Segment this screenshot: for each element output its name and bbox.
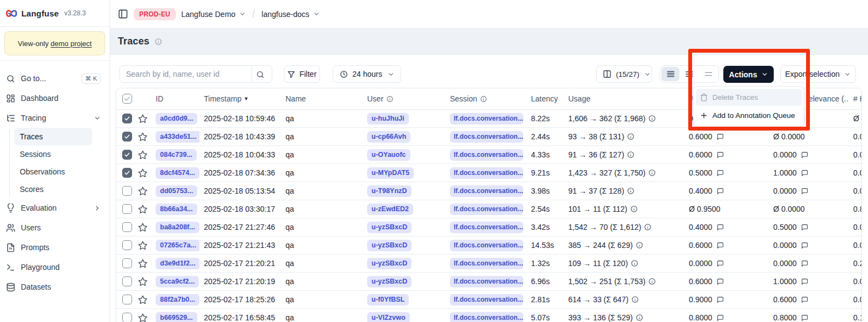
- trace-id-pill[interactable]: a433de51...: [156, 131, 199, 143]
- session-pill[interactable]: lf.docs.conversation...: [450, 258, 523, 269]
- comment-icon[interactable]: [801, 260, 808, 267]
- org-breadcrumb[interactable]: Langfuse Demo: [181, 10, 246, 19]
- comment-icon[interactable]: [717, 151, 724, 159]
- trace-id-pill[interactable]: 8b66a34...: [156, 204, 197, 215]
- info-icon[interactable]: [648, 115, 656, 122]
- session-pill[interactable]: lf.docs.conversation...: [450, 113, 523, 125]
- sidebar-toggle-icon[interactable]: [118, 9, 128, 19]
- row-checkbox[interactable]: [122, 295, 132, 304]
- info-icon[interactable]: [630, 205, 638, 213]
- comment-icon[interactable]: [801, 296, 808, 303]
- actions-button[interactable]: Actions: [723, 66, 774, 83]
- comment-icon[interactable]: [801, 242, 808, 249]
- row-checkbox[interactable]: [122, 258, 132, 268]
- star-icon[interactable]: [138, 168, 148, 178]
- info-icon[interactable]: [627, 187, 635, 195]
- session-pill[interactable]: lf.docs.conversation...: [450, 294, 523, 306]
- comment-icon[interactable]: [717, 278, 724, 285]
- view-only-banner[interactable]: View-only demo project: [4, 31, 105, 55]
- user-pill[interactable]: u-yzSBxcD: [367, 222, 412, 233]
- user-pill[interactable]: u-zEwdED2: [367, 204, 413, 215]
- row-checkbox[interactable]: [122, 168, 132, 178]
- row-height-medium-button[interactable]: [681, 67, 699, 81]
- sidebar-item-tracing[interactable]: Tracing: [4, 108, 105, 128]
- demo-project-link[interactable]: demo project: [50, 39, 92, 48]
- table-row[interactable]: 07265c7a... 2025-02-17 21:21:43 qa u-yzS…: [116, 236, 861, 255]
- star-icon[interactable]: [138, 186, 148, 196]
- star-icon[interactable]: [138, 150, 148, 160]
- column-header-name[interactable]: Name: [281, 88, 363, 109]
- sidebar-item-prompts[interactable]: Prompts: [4, 238, 105, 257]
- comment-icon[interactable]: [717, 260, 724, 267]
- trace-id-pill[interactable]: dd05753...: [156, 185, 197, 197]
- star-icon[interactable]: [138, 132, 148, 142]
- menu-item-delete-traces[interactable]: Delete Traces: [696, 89, 802, 106]
- trace-id-pill[interactable]: b669529...: [156, 312, 197, 322]
- comment-icon[interactable]: [801, 170, 808, 177]
- table-row[interactable]: a433de51... 2025-02-18 10:43:39 qa u-cp6…: [116, 128, 861, 146]
- comment-icon[interactable]: [717, 224, 724, 231]
- filter-button[interactable]: Filter: [284, 65, 320, 83]
- sidebar-item-sessions[interactable]: Sessions: [14, 145, 92, 163]
- search-icon[interactable]: [256, 70, 265, 79]
- sidebar-item-datasets[interactable]: Datasets: [4, 277, 105, 297]
- column-header-score3[interactable]: # H: [849, 88, 862, 109]
- info-icon[interactable]: [155, 38, 162, 46]
- column-header-timestamp[interactable]: Timestamp ▼: [199, 88, 281, 109]
- star-icon[interactable]: [138, 295, 148, 305]
- comment-icon[interactable]: [801, 224, 808, 231]
- info-icon[interactable]: [644, 223, 652, 231]
- row-checkbox[interactable]: [122, 204, 132, 214]
- sidebar-item-dashboard[interactable]: Dashboard: [4, 88, 105, 108]
- star-icon[interactable]: [138, 114, 148, 124]
- row-height-large-button[interactable]: [699, 67, 717, 81]
- export-selection-button[interactable]: Export selection: [780, 65, 856, 83]
- row-checkbox[interactable]: [122, 240, 132, 250]
- user-pill[interactable]: u-VlZzvwo: [367, 312, 410, 322]
- column-header-user[interactable]: User: [363, 88, 446, 109]
- star-icon[interactable]: [138, 258, 148, 269]
- time-range-button[interactable]: 24 hours: [333, 65, 401, 83]
- table-row[interactable]: 88f2a7b0... 2025-02-17 18:25:26 qa u-f0Y…: [116, 291, 861, 309]
- user-pill[interactable]: u-f0YfBSL: [367, 294, 409, 306]
- table-row[interactable]: 084c739... 2025-02-18 10:04:33 qa u-OYau…: [116, 146, 861, 164]
- user-pill[interactable]: u-yzSBxcD: [367, 258, 412, 269]
- column-header-session[interactable]: Session: [446, 88, 527, 109]
- sidebar-item-observations[interactable]: Observations: [14, 163, 92, 180]
- session-pill[interactable]: lf.docs.conversation...: [450, 167, 523, 179]
- star-icon[interactable]: [138, 313, 148, 322]
- row-checkbox[interactable]: [122, 276, 132, 286]
- trace-id-pill[interactable]: 07265c7a...: [156, 240, 199, 251]
- star-icon[interactable]: [138, 222, 148, 233]
- menu-item-add-to-annotation-queue[interactable]: Add to Annotation Queue: [696, 107, 802, 124]
- session-pill[interactable]: lf.docs.conversation...: [450, 276, 523, 287]
- comment-icon[interactable]: [801, 151, 808, 159]
- session-pill[interactable]: lf.docs.conversation...: [450, 222, 523, 233]
- info-icon[interactable]: [627, 133, 635, 140]
- user-pill[interactable]: u-yzSBxcD: [367, 240, 412, 251]
- user-pill[interactable]: u-huJhuJi: [367, 113, 409, 125]
- table-row[interactable]: 8dcf4574... 2025-02-18 07:34:36 qa u-MYp…: [116, 164, 861, 182]
- star-icon[interactable]: [138, 276, 148, 287]
- sidebar-item-evaluation[interactable]: Evaluation: [4, 198, 105, 218]
- comment-icon[interactable]: [717, 296, 724, 303]
- trace-id-pill[interactable]: d3e9d1f2...: [156, 258, 199, 269]
- column-header-latency[interactable]: Latency: [527, 88, 564, 109]
- column-header-usage[interactable]: Usage: [564, 88, 684, 109]
- table-row[interactable]: 5cca9cf2... 2025-02-17 21:20:19 qa u-yzS…: [116, 273, 861, 291]
- session-pill[interactable]: lf.docs.conversation...: [450, 312, 523, 322]
- session-pill[interactable]: lf.docs.conversation...: [450, 240, 523, 251]
- session-pill[interactable]: lf.docs.conversation...: [450, 149, 523, 161]
- sidebar-item-goto[interactable]: Go to... ⌘ K: [4, 69, 105, 88]
- trace-id-pill[interactable]: a0cd0d9...: [156, 113, 197, 125]
- user-pill[interactable]: u-cp66Avh: [367, 131, 410, 143]
- star-icon[interactable]: [138, 240, 148, 251]
- info-icon[interactable]: [631, 296, 639, 303]
- trace-id-pill[interactable]: 084c739...: [156, 149, 197, 161]
- trace-id-pill[interactable]: ba8a208f...: [156, 222, 199, 233]
- row-checkbox[interactable]: [122, 313, 132, 322]
- trace-id-pill[interactable]: 5cca9cf2...: [156, 276, 199, 287]
- table-row[interactable]: 8b66a34... 2025-02-18 03:30:17 qa u-zEwd…: [116, 200, 861, 218]
- info-icon[interactable]: [648, 278, 656, 285]
- table-row[interactable]: d3e9d1f2... 2025-02-17 21:20:21 qa u-yzS…: [116, 255, 861, 273]
